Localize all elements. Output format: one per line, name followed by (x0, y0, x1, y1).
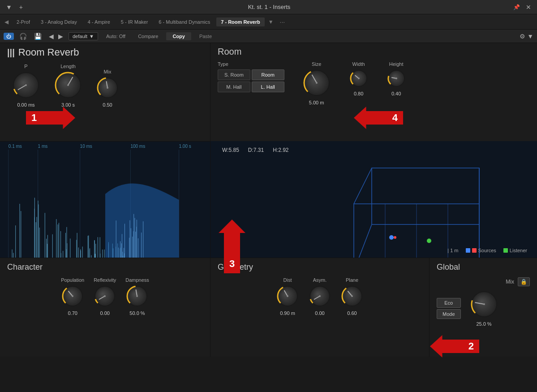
dist-group: Dist 0.90 m (276, 277, 299, 316)
viz-area: W:5.85 D:7.31 H:2.92 | 1 m Sources (0, 142, 537, 258)
type-section: Type S. Room Room M. Hall L. Hall (218, 61, 284, 92)
arrow3-shape: 3 (219, 220, 245, 273)
height-knob[interactable] (387, 69, 406, 88)
width-label: Width (352, 61, 365, 67)
settings-icon[interactable]: ⚙ ▼ (520, 33, 533, 40)
pin-icon[interactable]: 📌 (513, 4, 520, 10)
reflexivity-label: Reflexivity (94, 277, 116, 283)
room-legend: | 1 m Sources Listener (442, 246, 533, 255)
population-label: Population (61, 277, 84, 283)
arrow1-number: 1 (31, 112, 37, 124)
tab-dropdown[interactable]: ▼ (266, 18, 275, 26)
listener-dot-green (503, 248, 508, 253)
auto-label[interactable]: Auto: Off (102, 32, 130, 40)
sources-label: Sources (478, 248, 496, 253)
sources-dot-blue (466, 248, 470, 253)
menu-icon[interactable]: ▼ (4, 3, 14, 12)
tab-scroll-left[interactable]: ◀ (3, 18, 10, 26)
eco-button[interactable]: Eco (437, 298, 461, 308)
global-title: Global (437, 263, 530, 272)
next-preset[interactable]: ▶ (56, 32, 65, 41)
room-title: Room (218, 47, 530, 57)
preset-selector[interactable]: default ▼ (69, 32, 98, 40)
reflexivity-knob[interactable] (93, 284, 116, 308)
mode-button[interactable]: Mode (437, 309, 461, 319)
reflexivity-group: Reflexivity 0.00 (93, 277, 116, 316)
toolbar: ⏻ 🎧 💾 ◀ ▶ default ▼ Auto: Off Compare Co… (0, 30, 537, 43)
monitor-icon[interactable]: 🎧 (17, 32, 29, 41)
power-button[interactable]: ⏻ (4, 33, 14, 40)
global-mix-knob[interactable] (470, 290, 498, 319)
global-bottom: Eco Mode 25.0 % (437, 290, 530, 327)
pre-knob-group: P 0.00 ms (12, 64, 40, 108)
listener-legend: Listener (503, 248, 527, 253)
population-group: Population 0.70 (61, 277, 84, 316)
dampness-knob[interactable] (125, 284, 149, 308)
title-bar-left: ▼ + (4, 3, 25, 12)
plane-knob[interactable] (340, 284, 364, 308)
tab-5-ir-maker[interactable]: 5 - IR Maker (116, 17, 153, 26)
height-label: Height (389, 61, 404, 67)
reverb-viz (0, 142, 211, 258)
size-knob-group: Size 5.00 m (302, 61, 331, 105)
pre-knob[interactable] (12, 71, 40, 99)
type-buttons: S. Room Room M. Hall L. Hall (218, 69, 284, 92)
room-stats: W:5.85 D:7.31 H:2.92 (215, 144, 296, 156)
type-m-hall[interactable]: M. Hall (218, 82, 250, 92)
room-3d-viz: W:5.85 D:7.31 H:2.92 | 1 m Sources (211, 142, 537, 258)
size-knob[interactable] (302, 69, 331, 97)
compare-button[interactable]: Compare (133, 32, 163, 40)
copy-button[interactable]: Copy (166, 32, 191, 40)
character-panel: Character Population 0.70 Reflexivity 0.… (0, 258, 211, 357)
arrow2-number: 2 (468, 340, 474, 352)
tab-3-analog-delay[interactable]: 3 - Analog Delay (36, 17, 82, 26)
type-s-room[interactable]: S. Room (218, 69, 250, 80)
plugin-name: Room Reverb (18, 47, 79, 58)
tabs-more[interactable]: ··· (277, 17, 288, 26)
scale-text: | 1 m (447, 248, 458, 253)
tab-6-multiband[interactable]: 6 - Multiband Dynamics (154, 17, 215, 26)
size-value: 5.00 m (309, 100, 324, 105)
arrow1-container: 1 (26, 107, 75, 129)
reflexivity-value: 0.00 (100, 310, 109, 316)
lock-button[interactable]: 🔒 (518, 277, 530, 286)
asym-group: Asym. 0.00 (308, 277, 331, 316)
height-knob-group: Height 0.40 (387, 61, 406, 96)
width-value: 0.80 (354, 91, 363, 96)
save-icon[interactable]: 💾 (32, 32, 43, 41)
width-knob-group: Width 0.80 (349, 61, 369, 96)
plugin-logo: ||| (7, 47, 15, 58)
asym-knob[interactable] (308, 284, 331, 308)
arrow2-shape: 2 (430, 335, 479, 358)
stat-w: W:5.85 (222, 147, 239, 153)
paste-button[interactable]: Paste (195, 32, 216, 40)
arrow1-shape: 1 (26, 107, 75, 129)
tab-7-room-reverb[interactable]: 7 - Room Reverb (216, 17, 264, 26)
global-mix-label: Mix (506, 279, 514, 285)
mix-knob[interactable] (96, 76, 119, 99)
length-knob[interactable] (54, 71, 82, 99)
tab-4-ampire[interactable]: 4 - Ampire (83, 17, 115, 26)
add-tab-icon[interactable]: + (17, 3, 25, 12)
geometry-title: Geometry (218, 263, 422, 272)
width-knob[interactable] (349, 69, 369, 88)
arrow4-shape: 4 (354, 107, 403, 129)
dist-label: Dist (284, 277, 292, 283)
dampness-label: Dampness (125, 277, 149, 283)
type-l-hall[interactable]: L. Hall (252, 82, 284, 92)
tab-2-prof[interactable]: 2-Prof (12, 17, 34, 26)
prev-preset[interactable]: ◀ (47, 32, 56, 41)
close-button[interactable]: ✕ (524, 3, 533, 12)
dampness-value: 50.0 % (129, 310, 145, 316)
stat-h: H:2.92 (273, 147, 288, 153)
population-knob[interactable] (61, 284, 84, 308)
scale-label: | 1 m (447, 248, 458, 253)
preset-dropdown-icon: ▼ (89, 34, 94, 39)
sources-dot-red (472, 248, 477, 253)
type-room[interactable]: Room (252, 69, 284, 80)
dist-knob[interactable] (276, 284, 299, 308)
length-knob-group: Length 3.00 s (54, 64, 82, 108)
mix-knob-group: Mix 0.50 (96, 69, 119, 108)
geometry-knobs: Dist 0.90 m Asym. 0.00 Plane 0.60 (218, 277, 422, 316)
global-mix-row: Mix 🔒 (437, 277, 530, 286)
